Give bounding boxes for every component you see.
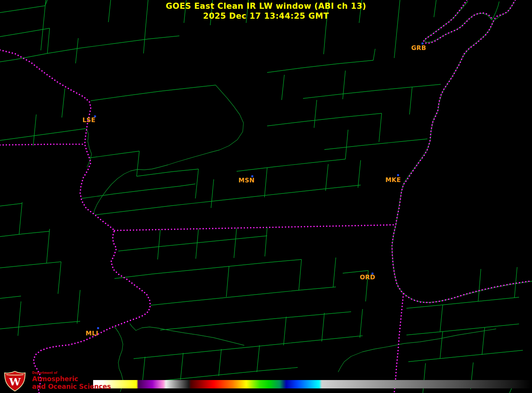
county-boundary-line <box>394 0 400 58</box>
state-border-dotted <box>114 225 396 230</box>
county-boundary-line <box>282 75 284 100</box>
county-boundary-line <box>267 60 373 72</box>
county-boundary-line <box>257 345 260 372</box>
county-boundary-line <box>409 87 412 114</box>
county-boundary-line <box>237 159 345 171</box>
county-boundary-line <box>406 324 519 335</box>
county-boundary-line <box>82 184 195 198</box>
station-label-mli: MLI <box>85 330 98 337</box>
county-boundary-line <box>210 0 213 25</box>
station-label-mke: MKE <box>385 176 401 184</box>
county-boundary-line <box>181 353 183 380</box>
county-boundary-line <box>0 321 80 329</box>
uw-crest-icon: W <box>3 370 27 392</box>
satellite-image-viewer: GOES East Clean IR LW window (ABI ch 13)… <box>0 0 532 393</box>
station-dot-grb <box>422 43 424 45</box>
county-boundary-line <box>95 185 361 215</box>
county-boundary-line <box>440 332 443 359</box>
county-boundary-line <box>0 53 47 62</box>
station-dot-ord <box>372 273 374 275</box>
county-boundary-line <box>196 229 198 259</box>
county-boundary-line <box>108 0 111 22</box>
county-boundary-line <box>134 336 363 359</box>
county-boundary-line <box>358 160 361 188</box>
county-boundary-line <box>0 203 22 206</box>
station-label-msn: MSN <box>239 177 255 184</box>
county-boundary-line <box>478 269 481 301</box>
county-boundary-line <box>33 114 36 146</box>
county-boundary-line <box>0 262 61 268</box>
county-boundary-line <box>18 301 21 336</box>
county-boundary-line <box>0 231 50 237</box>
station-label-grb: GRB <box>411 44 426 52</box>
county-boundary-line <box>267 113 382 126</box>
county-boundary-line <box>47 36 179 53</box>
county-boundary-line <box>142 357 145 383</box>
county-boundary-line <box>114 259 301 279</box>
county-boundary-line <box>360 309 363 338</box>
county-boundary-line <box>333 258 336 287</box>
logo-name-line1: Atmospheric <box>32 375 111 383</box>
county-boundary-line <box>299 259 301 290</box>
county-boundary-line <box>184 0 186 23</box>
county-boundary-line <box>343 71 345 99</box>
county-boundary-line <box>324 139 427 150</box>
county-boundary-line <box>234 228 237 258</box>
county-boundary-line <box>195 169 198 198</box>
county-boundary-line <box>359 0 362 23</box>
county-boundary-line <box>265 227 267 256</box>
county-boundary-line <box>89 151 139 158</box>
county-boundary-line <box>326 164 328 191</box>
county-boundary-line <box>19 202 22 235</box>
county-boundary-line <box>423 363 426 393</box>
county-boundary-line <box>219 349 221 376</box>
uw-aos-logo: W Department of Atmospheric and Oceanic … <box>3 370 111 392</box>
state-border-dotted <box>0 50 150 393</box>
county-boundary-line <box>143 0 148 53</box>
logo-text: Department of Atmospheric and Oceanic Sc… <box>32 372 111 390</box>
county-boundary-line <box>58 262 61 294</box>
county-boundary-line <box>324 0 329 54</box>
county-boundary-line <box>0 296 21 298</box>
river-line <box>86 128 92 167</box>
county-boundary-line <box>482 328 485 355</box>
map-canvas <box>0 0 532 393</box>
county-boundary-line <box>62 89 65 118</box>
county-boundary-line <box>0 0 47 13</box>
county-boundary-line <box>379 113 382 142</box>
station-dot-mke <box>397 174 399 176</box>
county-boundary-line <box>408 350 523 362</box>
county-boundary-line <box>264 168 267 197</box>
station-dot-lse <box>94 116 96 118</box>
station-label-lse: LSE <box>82 116 95 124</box>
county-boundary-line <box>47 28 50 53</box>
station-dot-mli <box>97 327 99 329</box>
state-border-dotted <box>424 0 492 43</box>
county-boundary-line <box>345 130 348 159</box>
ir-temperature-colorbar <box>93 380 532 388</box>
county-boundary-line <box>514 267 517 298</box>
station-dot-msn <box>251 176 253 177</box>
logo-name-line2: and Oceanic Sciences <box>32 383 111 391</box>
county-boundary-line <box>343 271 368 273</box>
county-boundary-line <box>211 179 214 208</box>
svg-text:W: W <box>9 376 21 388</box>
county-boundary-line <box>158 230 160 259</box>
state-border-dotted <box>394 294 403 393</box>
county-boundary-line <box>434 0 436 17</box>
county-boundary-line <box>76 38 78 63</box>
county-boundary-line <box>303 84 441 98</box>
county-boundary-line <box>77 290 80 324</box>
river-line <box>94 85 243 214</box>
county-boundary-line <box>226 266 229 297</box>
county-boundary-line <box>314 100 317 128</box>
county-boundary-line <box>0 129 85 140</box>
county-boundary-line <box>91 85 216 101</box>
county-boundary-line <box>322 313 324 341</box>
river-line <box>338 329 496 372</box>
county-boundary-line <box>440 305 443 332</box>
logo-dept-line: Department of <box>32 372 111 375</box>
county-boundary-line <box>151 287 336 305</box>
county-boundary-line <box>246 0 248 23</box>
county-boundary-line <box>160 312 351 330</box>
